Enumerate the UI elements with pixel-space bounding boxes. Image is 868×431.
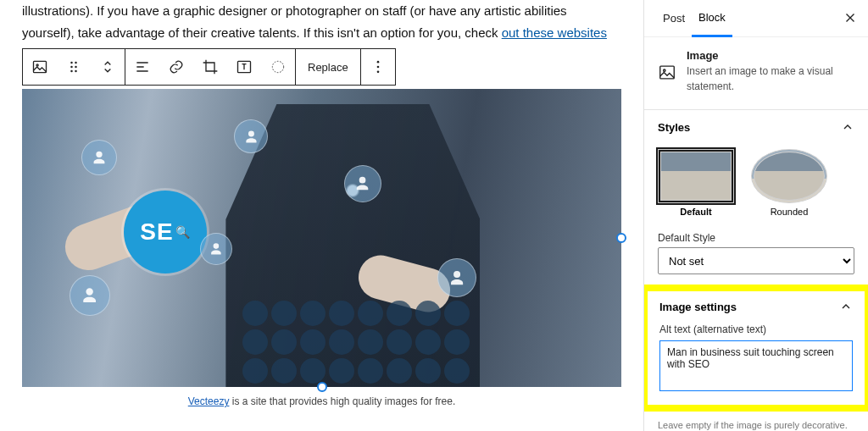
chevron-up-icon — [839, 300, 853, 313]
paragraph-bottom: Choosing the right photo is the first st… — [22, 426, 621, 431]
svg-point-6 — [70, 70, 73, 73]
image-block[interactable]: SE🔍 — [22, 89, 621, 387]
block-toolbar: Replace — [22, 48, 396, 86]
block-type-desc: Insert an image to make a visual stateme… — [687, 64, 854, 94]
svg-rect-13 — [660, 66, 675, 79]
default-style-select[interactable]: Not set — [658, 247, 854, 274]
paragraph-top: illustrations). If you have a graphic de… — [22, 0, 621, 43]
image-caption[interactable]: Vecteezy is a site that provides high qu… — [22, 387, 621, 426]
align-icon[interactable] — [125, 49, 159, 85]
close-sidebar-icon[interactable] — [843, 10, 858, 29]
image-block-icon[interactable] — [23, 49, 57, 85]
stock-sites-link[interactable]: out these websites — [502, 25, 607, 40]
more-options-icon[interactable] — [361, 49, 395, 85]
resize-handle-right[interactable] — [616, 233, 626, 243]
alt-text-note: Leave empty if the image is purely decor… — [644, 412, 868, 431]
styles-panel-toggle[interactable]: Styles — [644, 110, 868, 144]
alt-text-input[interactable]: Man in business suit touching screen wit… — [659, 340, 853, 391]
text-overlay-icon[interactable] — [227, 49, 261, 85]
duotone-icon[interactable] — [261, 49, 295, 85]
seo-badge: SE🔍 — [124, 191, 207, 274]
chevron-up-icon — [841, 120, 854, 134]
image-settings-highlight: Image settings Alt text (alternative tex… — [643, 285, 868, 412]
default-style-label: Default Style — [644, 225, 868, 247]
svg-rect-0 — [34, 61, 47, 72]
alt-text-label: Alt text (alternative text) — [648, 322, 865, 340]
svg-point-9 — [272, 61, 283, 72]
svg-point-14 — [664, 69, 665, 71]
svg-point-5 — [75, 66, 77, 69]
tab-post[interactable]: Post — [656, 0, 692, 37]
svg-point-11 — [376, 66, 379, 69]
svg-point-10 — [376, 61, 379, 64]
block-type-title: Image — [687, 49, 854, 62]
replace-button[interactable]: Replace — [296, 49, 360, 85]
vecteezy-link[interactable]: Vecteezy — [188, 395, 230, 407]
image-type-icon — [658, 51, 676, 94]
link-icon[interactable] — [159, 49, 193, 85]
svg-point-3 — [75, 62, 77, 64]
settings-sidebar: Post Block Image Insert an image to make… — [643, 0, 868, 431]
svg-point-1 — [36, 64, 38, 66]
style-default[interactable]: Default — [658, 149, 734, 217]
svg-point-12 — [376, 71, 379, 74]
move-updown-icon[interactable] — [91, 49, 125, 85]
svg-point-4 — [70, 66, 73, 69]
style-rounded[interactable]: Rounded — [751, 149, 827, 217]
image-settings-toggle[interactable]: Image settings — [648, 291, 865, 322]
tab-block[interactable]: Block — [692, 0, 732, 37]
svg-point-7 — [75, 70, 77, 73]
crop-icon[interactable] — [193, 49, 227, 85]
svg-point-2 — [70, 62, 73, 64]
resize-handle-bottom[interactable] — [317, 382, 327, 392]
drag-handle-icon[interactable] — [57, 49, 91, 85]
